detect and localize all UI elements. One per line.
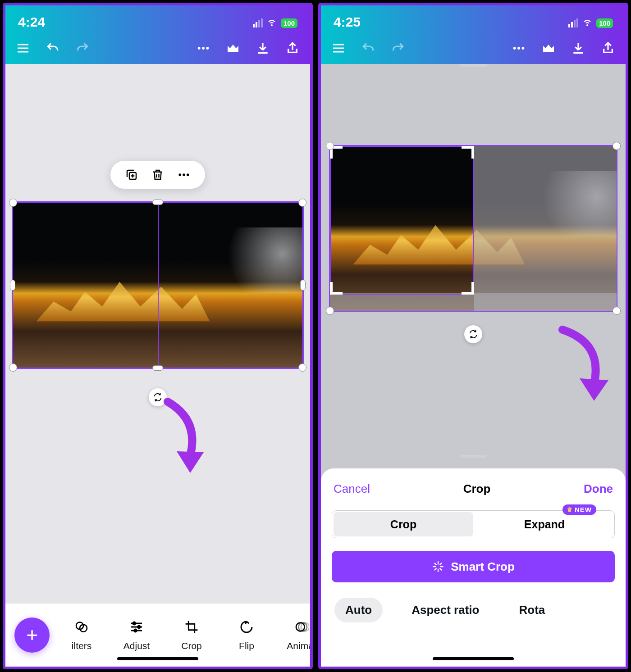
tool-filters[interactable]: ilters [54, 619, 109, 651]
status-bar: 4:24 100 [5, 5, 310, 32]
battery-icon: 100 [281, 18, 297, 28]
svg-point-6 [187, 173, 189, 176]
resize-handle[interactable] [9, 199, 17, 207]
resize-handle[interactable] [613, 142, 621, 150]
crown-icon[interactable] [540, 40, 557, 57]
status-icons: 100 [568, 16, 613, 30]
duplicate-icon[interactable] [124, 167, 139, 182]
svg-point-18 [521, 47, 524, 50]
tool-label: Crop [181, 640, 202, 651]
smart-crop-label: Smart Crop [451, 560, 515, 574]
tool-label: ilters [72, 640, 91, 651]
status-time: 4:25 [334, 14, 361, 30]
tool-flip[interactable]: Flip [219, 619, 274, 651]
crop-expand-segment: Crop Expand ♛ NEW [332, 510, 615, 538]
svg-marker-7 [177, 451, 204, 473]
resize-handle[interactable] [152, 200, 163, 205]
svg-point-1 [202, 47, 205, 50]
selection-toolbar [110, 161, 205, 189]
undo-icon[interactable] [44, 40, 61, 57]
editor-canvas[interactable]: Cancel Crop Done Crop Expand ♛ NEW Smart… [321, 64, 626, 667]
resize-handle[interactable] [298, 199, 306, 207]
wifi-icon [582, 16, 593, 30]
more-icon[interactable] [195, 40, 212, 57]
svg-point-5 [183, 173, 185, 176]
battery-icon: 100 [596, 18, 613, 28]
crop-handle[interactable] [330, 282, 343, 295]
selected-image-frame[interactable] [12, 201, 304, 369]
tool-adjust[interactable]: Adjust [109, 619, 164, 651]
wifi-icon [266, 16, 277, 30]
more-options-icon[interactable] [176, 167, 192, 182]
chip-rotate[interactable]: Rota [508, 598, 556, 622]
app-toolbar [321, 32, 626, 64]
tool-crop[interactable]: Crop [164, 619, 219, 651]
sheet-drag-handle[interactable] [460, 64, 487, 67]
home-indicator [433, 657, 514, 660]
crown-icon[interactable] [224, 40, 242, 57]
resize-handle[interactable] [10, 280, 15, 291]
editor-canvas[interactable]: + ilters Adjust [5, 64, 310, 667]
share-icon[interactable] [599, 40, 617, 57]
crop-mode-chips[interactable]: Auto Aspect ratio Rota [321, 582, 626, 622]
crop-handle[interactable] [462, 282, 474, 295]
signal-icon [568, 18, 578, 27]
chip-auto[interactable]: Auto [334, 598, 383, 622]
download-icon[interactable] [254, 40, 271, 57]
crop-handle[interactable] [462, 146, 474, 159]
tool-label: Adjust [123, 640, 150, 651]
add-button[interactable]: + [14, 618, 50, 653]
resize-handle[interactable] [9, 363, 17, 372]
svg-point-12 [134, 629, 137, 632]
redo-icon[interactable] [389, 40, 407, 57]
status-icons: 100 [253, 16, 297, 30]
crop-inner-frame[interactable] [330, 146, 474, 295]
tool-label: Flip [239, 640, 254, 651]
crop-bottom-sheet: Cancel Crop Done Crop Expand ♛ NEW Smart… [321, 468, 626, 667]
tool-animate[interactable]: Animat [274, 619, 310, 651]
crop-dim-overlay [330, 293, 617, 311]
redo-icon[interactable] [74, 40, 91, 57]
svg-marker-19 [580, 378, 608, 401]
status-time: 4:24 [18, 14, 45, 30]
tool-label: Animat [287, 640, 310, 651]
svg-point-0 [198, 47, 201, 50]
svg-point-10 [133, 622, 136, 625]
menu-icon[interactable] [14, 40, 32, 57]
segment-crop[interactable]: Crop [334, 512, 473, 536]
smart-crop-button[interactable]: Smart Crop [332, 551, 615, 582]
app-toolbar [5, 32, 310, 64]
done-button[interactable]: Done [584, 482, 613, 496]
crop-dim-overlay [474, 146, 617, 311]
more-icon[interactable] [510, 40, 527, 57]
resize-handle[interactable] [298, 363, 306, 372]
crop-icon [184, 619, 199, 635]
resize-handle[interactable] [326, 142, 334, 150]
tool-scroll[interactable]: ilters Adjust Crop [54, 619, 310, 651]
share-icon[interactable] [284, 40, 301, 57]
signal-icon [253, 18, 263, 27]
resize-handle[interactable] [152, 365, 163, 371]
resize-handle[interactable] [300, 280, 306, 291]
delete-icon[interactable] [150, 167, 165, 182]
svg-point-4 [178, 173, 181, 176]
download-icon[interactable] [570, 40, 587, 57]
undo-icon[interactable] [360, 40, 377, 57]
animate-icon [294, 619, 309, 635]
crown-mini-icon: ♛ [567, 506, 573, 513]
cancel-button[interactable]: Cancel [334, 482, 370, 496]
resize-handle[interactable] [613, 307, 621, 315]
menu-icon[interactable] [330, 40, 347, 57]
status-bar: 4:25 100 [321, 5, 626, 32]
sparkle-icon [432, 560, 444, 573]
svg-point-11 [137, 626, 140, 628]
resize-handle[interactable] [326, 307, 334, 315]
chip-aspect-ratio[interactable]: Aspect ratio [401, 598, 490, 622]
svg-point-17 [517, 47, 520, 50]
crop-outer-frame[interactable] [329, 145, 617, 312]
adjust-icon [129, 619, 144, 635]
sheet-drag-handle[interactable] [460, 455, 487, 458]
rotate-button[interactable] [464, 325, 482, 343]
segment-expand[interactable]: Expand [475, 511, 614, 538]
phone-left: 4:24 100 [3, 3, 313, 669]
